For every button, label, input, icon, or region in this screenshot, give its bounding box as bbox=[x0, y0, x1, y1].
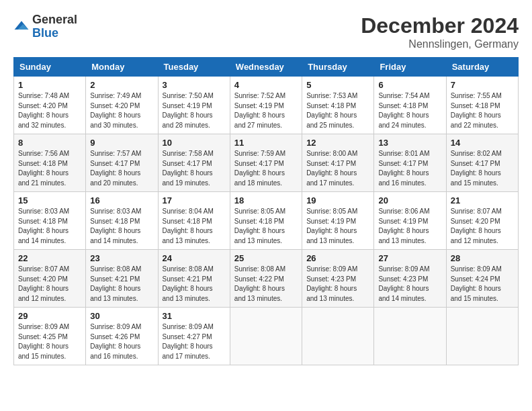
day-info: Sunrise: 8:07 AM Sunset: 4:20 PM Dayligh… bbox=[18, 265, 81, 304]
calendar-cell: 6 Sunrise: 7:54 AM Sunset: 4:18 PM Dayli… bbox=[374, 77, 446, 134]
day-number: 11 bbox=[234, 138, 298, 148]
day-number: 21 bbox=[451, 195, 514, 205]
calendar-cell: 29 Sunrise: 8:09 AM Sunset: 4:25 PM Dayl… bbox=[14, 308, 86, 365]
weekday-header-row: SundayMondayTuesdayWednesdayThursdayFrid… bbox=[14, 58, 519, 77]
logo-text: General Blue bbox=[32, 13, 77, 40]
calendar-cell: 25 Sunrise: 8:08 AM Sunset: 4:22 PM Dayl… bbox=[230, 250, 302, 308]
calendar-cell: 7 Sunrise: 7:55 AM Sunset: 4:18 PM Dayli… bbox=[446, 77, 518, 134]
day-number: 19 bbox=[306, 195, 369, 205]
day-number: 30 bbox=[90, 311, 153, 321]
day-number: 5 bbox=[306, 80, 369, 90]
calendar-cell: 10 Sunrise: 7:58 AM Sunset: 4:17 PM Dayl… bbox=[158, 134, 230, 192]
day-number: 22 bbox=[18, 253, 81, 263]
calendar-cell: 5 Sunrise: 7:53 AM Sunset: 4:18 PM Dayli… bbox=[302, 77, 374, 134]
day-info: Sunrise: 8:00 AM Sunset: 4:17 PM Dayligh… bbox=[306, 149, 369, 188]
day-info: Sunrise: 8:09 AM Sunset: 4:23 PM Dayligh… bbox=[378, 265, 441, 304]
day-info: Sunrise: 8:04 AM Sunset: 4:18 PM Dayligh… bbox=[163, 207, 226, 246]
day-number: 14 bbox=[451, 138, 514, 148]
day-number: 31 bbox=[163, 311, 226, 321]
calendar-cell: 13 Sunrise: 8:01 AM Sunset: 4:17 PM Dayl… bbox=[374, 134, 446, 192]
day-info: Sunrise: 8:08 AM Sunset: 4:22 PM Dayligh… bbox=[234, 265, 298, 304]
day-info: Sunrise: 7:50 AM Sunset: 4:19 PM Dayligh… bbox=[163, 91, 226, 130]
day-info: Sunrise: 8:07 AM Sunset: 4:20 PM Dayligh… bbox=[451, 207, 514, 246]
calendar-cell bbox=[374, 308, 446, 365]
weekday-header: Thursday bbox=[302, 58, 374, 77]
calendar-cell: 3 Sunrise: 7:50 AM Sunset: 4:19 PM Dayli… bbox=[158, 77, 230, 134]
day-number: 3 bbox=[163, 80, 226, 90]
day-info: Sunrise: 8:09 AM Sunset: 4:27 PM Dayligh… bbox=[163, 322, 226, 361]
day-number: 26 bbox=[306, 253, 369, 263]
calendar-cell: 28 Sunrise: 8:09 AM Sunset: 4:24 PM Dayl… bbox=[446, 250, 518, 308]
day-number: 12 bbox=[306, 138, 369, 148]
day-number: 7 bbox=[451, 80, 514, 90]
weekday-header: Monday bbox=[86, 58, 158, 77]
day-number: 1 bbox=[18, 80, 81, 90]
weekday-header: Sunday bbox=[14, 58, 86, 77]
day-number: 9 bbox=[90, 138, 153, 148]
day-info: Sunrise: 7:52 AM Sunset: 4:19 PM Dayligh… bbox=[234, 91, 298, 130]
day-info: Sunrise: 7:48 AM Sunset: 4:20 PM Dayligh… bbox=[18, 91, 81, 130]
calendar-cell bbox=[230, 308, 302, 365]
calendar-cell: 21 Sunrise: 8:07 AM Sunset: 4:20 PM Dayl… bbox=[446, 192, 518, 250]
day-info: Sunrise: 7:49 AM Sunset: 4:20 PM Dayligh… bbox=[90, 91, 153, 130]
calendar-cell: 20 Sunrise: 8:06 AM Sunset: 4:19 PM Dayl… bbox=[374, 192, 446, 250]
weekday-header: Wednesday bbox=[230, 58, 302, 77]
day-number: 23 bbox=[90, 253, 153, 263]
page-header: General Blue December 2024 Nennslingen, … bbox=[13, 13, 519, 50]
month-title: December 2024 bbox=[361, 13, 519, 38]
calendar-cell bbox=[302, 308, 374, 365]
calendar-cell: 9 Sunrise: 7:57 AM Sunset: 4:17 PM Dayli… bbox=[86, 134, 158, 192]
calendar-cell: 19 Sunrise: 8:05 AM Sunset: 4:19 PM Dayl… bbox=[302, 192, 374, 250]
calendar-cell: 17 Sunrise: 8:04 AM Sunset: 4:18 PM Dayl… bbox=[158, 192, 230, 250]
day-number: 25 bbox=[234, 253, 298, 263]
day-number: 17 bbox=[163, 195, 226, 205]
day-number: 4 bbox=[234, 80, 298, 90]
day-number: 8 bbox=[18, 138, 81, 148]
day-number: 27 bbox=[378, 253, 441, 263]
day-number: 28 bbox=[451, 253, 514, 263]
calendar-cell: 24 Sunrise: 8:08 AM Sunset: 4:21 PM Dayl… bbox=[158, 250, 230, 308]
logo-blue-text: Blue bbox=[32, 27, 77, 40]
day-info: Sunrise: 7:55 AM Sunset: 4:18 PM Dayligh… bbox=[451, 91, 514, 130]
day-info: Sunrise: 8:08 AM Sunset: 4:21 PM Dayligh… bbox=[90, 265, 153, 304]
day-info: Sunrise: 8:09 AM Sunset: 4:25 PM Dayligh… bbox=[18, 322, 81, 361]
calendar-cell: 2 Sunrise: 7:49 AM Sunset: 4:20 PM Dayli… bbox=[86, 77, 158, 134]
weekday-header: Saturday bbox=[446, 58, 518, 77]
day-info: Sunrise: 7:56 AM Sunset: 4:18 PM Dayligh… bbox=[18, 149, 81, 188]
day-info: Sunrise: 8:05 AM Sunset: 4:19 PM Dayligh… bbox=[306, 207, 369, 246]
calendar-week-row: 8 Sunrise: 7:56 AM Sunset: 4:18 PM Dayli… bbox=[14, 134, 519, 192]
calendar-cell: 22 Sunrise: 8:07 AM Sunset: 4:20 PM Dayl… bbox=[14, 250, 86, 308]
day-info: Sunrise: 8:06 AM Sunset: 4:19 PM Dayligh… bbox=[378, 207, 441, 246]
calendar-cell: 11 Sunrise: 7:59 AM Sunset: 4:17 PM Dayl… bbox=[230, 134, 302, 192]
day-info: Sunrise: 8:02 AM Sunset: 4:17 PM Dayligh… bbox=[451, 149, 514, 188]
day-number: 16 bbox=[90, 195, 153, 205]
calendar-cell: 8 Sunrise: 7:56 AM Sunset: 4:18 PM Dayli… bbox=[14, 134, 86, 192]
day-info: Sunrise: 7:57 AM Sunset: 4:17 PM Dayligh… bbox=[90, 149, 153, 188]
calendar-cell: 18 Sunrise: 8:05 AM Sunset: 4:18 PM Dayl… bbox=[230, 192, 302, 250]
day-number: 20 bbox=[378, 195, 441, 205]
calendar-cell: 4 Sunrise: 7:52 AM Sunset: 4:19 PM Dayli… bbox=[230, 77, 302, 134]
day-number: 15 bbox=[18, 195, 81, 205]
logo: General Blue bbox=[13, 13, 77, 40]
day-number: 24 bbox=[163, 253, 226, 263]
location-title: Nennslingen, Germany bbox=[361, 38, 519, 50]
day-info: Sunrise: 7:53 AM Sunset: 4:18 PM Dayligh… bbox=[306, 91, 369, 130]
calendar-cell: 15 Sunrise: 8:03 AM Sunset: 4:18 PM Dayl… bbox=[14, 192, 86, 250]
logo-icon bbox=[13, 19, 30, 35]
day-number: 18 bbox=[234, 195, 298, 205]
day-number: 10 bbox=[163, 138, 226, 148]
title-block: December 2024 Nennslingen, Germany bbox=[361, 13, 519, 50]
calendar-week-row: 15 Sunrise: 8:03 AM Sunset: 4:18 PM Dayl… bbox=[14, 192, 519, 250]
calendar-table: SundayMondayTuesdayWednesdayThursdayFrid… bbox=[13, 57, 519, 365]
day-info: Sunrise: 8:08 AM Sunset: 4:21 PM Dayligh… bbox=[163, 265, 226, 304]
day-info: Sunrise: 8:05 AM Sunset: 4:18 PM Dayligh… bbox=[234, 207, 298, 246]
calendar-cell: 27 Sunrise: 8:09 AM Sunset: 4:23 PM Dayl… bbox=[374, 250, 446, 308]
day-info: Sunrise: 8:01 AM Sunset: 4:17 PM Dayligh… bbox=[378, 149, 441, 188]
weekday-header: Tuesday bbox=[158, 58, 230, 77]
day-info: Sunrise: 7:54 AM Sunset: 4:18 PM Dayligh… bbox=[378, 91, 441, 130]
calendar-cell: 14 Sunrise: 8:02 AM Sunset: 4:17 PM Dayl… bbox=[446, 134, 518, 192]
day-number: 29 bbox=[18, 311, 81, 321]
day-info: Sunrise: 8:03 AM Sunset: 4:18 PM Dayligh… bbox=[18, 207, 81, 246]
calendar-cell: 16 Sunrise: 8:03 AM Sunset: 4:18 PM Dayl… bbox=[86, 192, 158, 250]
calendar-week-row: 29 Sunrise: 8:09 AM Sunset: 4:25 PM Dayl… bbox=[14, 308, 519, 365]
